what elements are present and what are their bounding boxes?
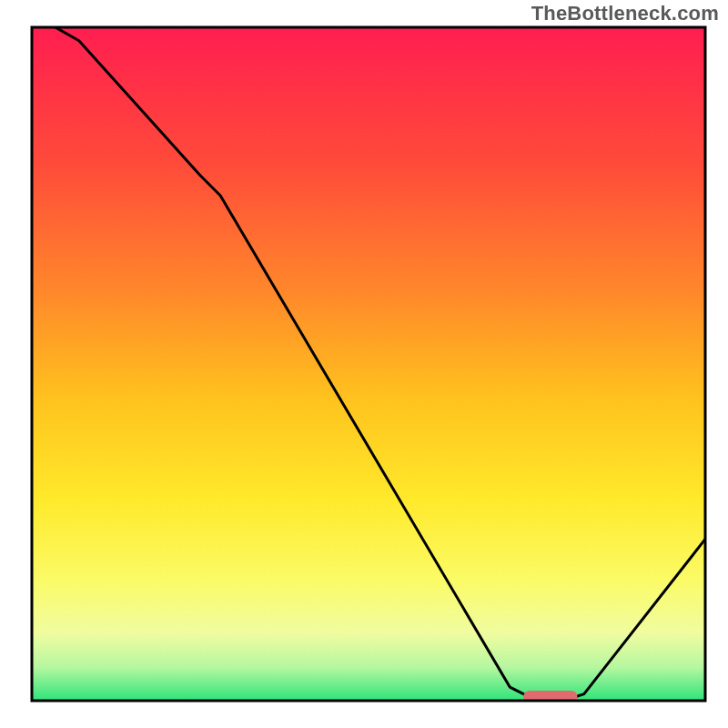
gradient-background [32,27,705,701]
chart-frame: TheBottleneck.com [0,0,728,728]
bottleneck-plot [0,0,728,728]
plot-area [32,14,705,703]
